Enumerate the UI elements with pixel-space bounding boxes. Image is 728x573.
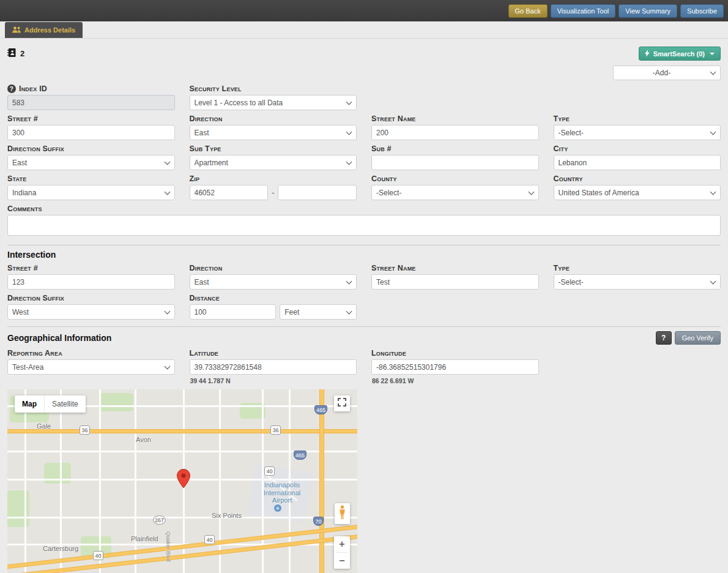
type-label: Type xyxy=(554,110,721,125)
direction-suffix-select[interactable]: East xyxy=(7,155,175,170)
field-zip: Zip - xyxy=(190,170,357,200)
sub-number-input[interactable] xyxy=(371,155,539,170)
map-view-button[interactable]: Map xyxy=(15,395,44,413)
help-icon[interactable]: ? xyxy=(7,84,16,93)
city-input[interactable] xyxy=(554,155,721,170)
intersection-title: Intersection xyxy=(7,250,721,260)
go-back-button[interactable]: Go Back xyxy=(508,4,548,18)
distance-input[interactable] xyxy=(190,304,277,320)
pegman-control[interactable] xyxy=(335,503,350,524)
field-direction: Direction East xyxy=(190,110,357,140)
form-row: Direction Suffix East Sub Type Apartment… xyxy=(7,140,721,170)
latitude-label: Latitude xyxy=(190,345,357,359)
form-row: ? Index ID Security Level Level 1 - Acce… xyxy=(7,80,721,110)
int-direction-label: Direction xyxy=(190,260,357,274)
latitude-input[interactable] xyxy=(190,359,357,375)
place-label-cartersburg: Cartersburg xyxy=(43,545,78,552)
form-row: State Indiana Zip - County -Select- Coun… xyxy=(7,170,721,200)
sub-type-label: Sub Type xyxy=(190,140,357,155)
int-street-number-label: Street # xyxy=(7,260,175,274)
distance-unit-select[interactable]: Feet xyxy=(280,304,357,320)
reporting-area-select[interactable]: Test-Area xyxy=(7,359,175,375)
place-label-quaker-blvd: Quaker Blvd xyxy=(165,531,171,562)
int-direction-suffix-select[interactable]: West xyxy=(7,304,175,320)
type-select[interactable]: -Select- xyxy=(554,125,721,140)
county-label: County xyxy=(371,170,539,185)
country-select[interactable]: United States of America xyxy=(554,185,721,200)
security-level-select[interactable]: Level 1 - Access to all Data xyxy=(190,95,357,110)
place-label-airport: Indianapolis International Airport xyxy=(256,481,308,504)
field-distance: Distance Feet xyxy=(190,290,357,320)
int-direction-select[interactable]: East xyxy=(190,274,357,290)
zoom-in-button[interactable]: + xyxy=(334,536,350,552)
visualization-tool-button[interactable]: Visualization Tool xyxy=(551,4,616,18)
fullscreen-button[interactable] xyxy=(334,395,350,411)
city-label: City xyxy=(554,140,721,155)
field-longitude: Longitude 86 22 6.691 W xyxy=(371,345,539,384)
form-row: Direction Suffix West Distance Feet xyxy=(7,290,721,320)
geo-title: Geographical Information xyxy=(7,333,111,343)
country-label: Country xyxy=(554,170,721,185)
zip-label: Zip xyxy=(190,170,357,185)
satellite-view-button[interactable]: Satellite xyxy=(44,395,86,413)
zip-separator: - xyxy=(272,189,274,197)
street-number-input[interactable] xyxy=(7,125,175,140)
longitude-input[interactable] xyxy=(371,359,539,375)
route-shield: 36 xyxy=(270,425,281,435)
field-county: County -Select- xyxy=(371,170,539,200)
field-type: Type -Select- xyxy=(554,110,721,140)
add-select[interactable]: -Add- xyxy=(613,66,721,80)
map-canvas[interactable]: 36 36 465 465 40 267 70 40 40 Gale Avon … xyxy=(7,389,357,573)
tab-strip: Address Details xyxy=(0,21,728,39)
map-type-control: Map Satellite xyxy=(15,395,86,413)
int-street-name-input[interactable] xyxy=(371,274,539,290)
record-count: 2 xyxy=(7,48,24,59)
state-label: State xyxy=(7,170,175,185)
county-select[interactable]: -Select- xyxy=(371,185,539,200)
fullscreen-icon xyxy=(338,398,346,409)
field-comments: Comments xyxy=(7,200,721,238)
airport-icon: ✈ xyxy=(274,504,281,512)
zoom-out-button[interactable]: − xyxy=(334,553,350,569)
route-shield: 40 xyxy=(204,535,215,544)
int-street-number-input[interactable] xyxy=(7,274,175,290)
field-street-name: Street Name xyxy=(371,110,539,140)
sub-type-select[interactable]: Apartment xyxy=(190,155,357,170)
int-type-select[interactable]: -Select- xyxy=(554,274,721,290)
map-marker-icon[interactable] xyxy=(177,469,190,491)
index-id-input xyxy=(7,95,175,110)
zip-input[interactable] xyxy=(190,185,269,200)
tab-address-details[interactable]: Address Details xyxy=(5,22,83,38)
state-select[interactable]: Indiana xyxy=(7,185,175,200)
route-shield: 70 xyxy=(313,517,324,526)
zip-ext-input[interactable] xyxy=(278,185,357,200)
distance-label: Distance xyxy=(190,290,357,304)
zoom-control: + − xyxy=(334,536,350,569)
comments-textarea[interactable] xyxy=(7,215,721,236)
smartsearch-button[interactable]: SmartSearch (0) xyxy=(639,47,721,61)
subscribe-button[interactable]: Subscribe xyxy=(680,4,724,18)
view-summary-button[interactable]: View Summary xyxy=(618,4,677,18)
geo-verify-button[interactable]: Geo Verify xyxy=(675,331,721,345)
direction-suffix-label: Direction Suffix xyxy=(7,140,175,155)
form-row: Street # Direction East Street Name Type… xyxy=(7,260,721,290)
sub-number-label: Sub # xyxy=(371,140,539,155)
address-book-icon xyxy=(7,48,16,59)
place-label-gale: Gale xyxy=(37,422,51,430)
longitude-dms: 86 22 6.691 W xyxy=(371,375,539,384)
geo-help-button[interactable]: ? xyxy=(656,331,672,345)
field-security-level: Security Level Level 1 - Access to all D… xyxy=(190,80,357,110)
pegman-icon xyxy=(338,505,346,522)
street-name-input[interactable] xyxy=(371,125,539,140)
field-direction-suffix: Direction Suffix East xyxy=(7,140,175,170)
direction-select[interactable]: East xyxy=(190,125,357,140)
security-level-label: Security Level xyxy=(190,80,357,95)
lightning-icon xyxy=(645,50,650,58)
place-label-avon: Avon xyxy=(136,436,151,443)
field-sub-type: Sub Type Apartment xyxy=(190,140,357,170)
field-int-street-number: Street # xyxy=(7,260,175,290)
field-street-number: Street # xyxy=(7,110,175,140)
int-street-name-label: Street Name xyxy=(371,260,539,274)
int-direction-suffix-label: Direction Suffix xyxy=(7,290,175,304)
place-label-plainfield: Plainfield xyxy=(131,535,158,542)
